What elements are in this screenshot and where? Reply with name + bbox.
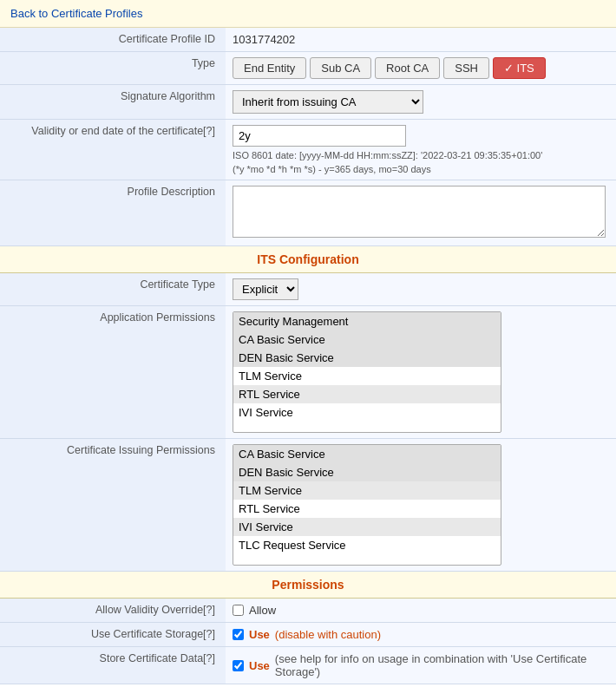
profile-desc-textarea[interactable] (233, 186, 606, 238)
cert-type-label: Certificate Type (0, 273, 226, 306)
type-label: Type (0, 52, 226, 85)
cert-issue-perm-row: Certificate Issuing Permissions CA Basic… (0, 439, 616, 572)
cert-type-select[interactable]: Explicit Implicit (233, 278, 298, 300)
cert-issue-perm-label: Certificate Issuing Permissions (0, 439, 226, 572)
app-perm-label: Application Permissions (0, 306, 226, 439)
type-btn-sub-ca[interactable]: Sub CA (310, 57, 371, 79)
cert-storage-checkbox[interactable] (233, 629, 244, 640)
profile-id-label: Certificate Profile ID (0, 28, 226, 52)
validity-override-row: Allow Validity Override[?] Allow (0, 599, 616, 623)
app-perm-listbox[interactable]: Security Management CA Basic Service DEN… (233, 311, 501, 433)
type-btn-end-entity[interactable]: End Entity (233, 57, 306, 79)
permissions-header: Permissions (0, 572, 616, 599)
store-cert-data-group: Use (see help for info on usage in combi… (233, 652, 609, 678)
back-link-bar: Back to Certificate Profiles (0, 0, 616, 28)
cert-storage-text: Use (249, 628, 270, 641)
validity-hint-2: (*y *mo *d *h *m *s) - y=365 days, mo=30… (233, 164, 609, 174)
store-cert-data-label: Store Certificate Data[?] (0, 647, 226, 684)
sig-algo-select[interactable]: Inherit from issuing CA SHA256WithRSA SH… (233, 90, 423, 114)
validity-override-text: Allow (249, 604, 276, 617)
store-cert-data-row: Store Certificate Data[?] Use (see help … (0, 647, 616, 684)
cert-storage-hint: (disable with caution) (275, 628, 381, 641)
permissions-header-row: Permissions (0, 572, 616, 599)
cert-issue-perm-listbox[interactable]: CA Basic Service DEN Basic Service TLM S… (233, 444, 501, 566)
cert-type-cell: Explicit Implicit (226, 273, 616, 306)
validity-override-group: Allow (233, 604, 609, 617)
cert-storage-row: Use Certificate Storage[?] Use (disable … (0, 623, 616, 647)
type-btn-ssh[interactable]: SSH (443, 57, 489, 79)
validity-label: Validity or end date of the certificate[… (0, 120, 226, 180)
validity-override-checkbox[interactable] (233, 605, 244, 616)
its-config-header-row: ITS Configuration (0, 246, 616, 273)
cert-storage-group: Use (disable with caution) (233, 628, 609, 641)
app-perm-cell: Security Management CA Basic Service DEN… (226, 306, 616, 439)
validity-override-cell: Allow (226, 599, 616, 623)
profile-desc-label: Profile Description (0, 180, 226, 246)
validity-cell: ISO 8601 date: [yyyy-MM-dd HH:mm:ssZZ]: … (226, 120, 616, 180)
profile-desc-row: Profile Description (0, 180, 616, 246)
store-cert-data-checkbox[interactable] (233, 660, 244, 671)
validity-row: Validity or end date of the certificate[… (0, 120, 616, 180)
store-cert-data-hint: (see help for info on usage in combinati… (275, 652, 609, 678)
cert-type-row: Certificate Type Explicit Implicit (0, 273, 616, 306)
validity-hint-1: ISO 8601 date: [yyyy-MM-dd HH:mm:ssZZ]: … (233, 150, 609, 160)
profile-desc-cell (226, 180, 616, 246)
type-btn-its[interactable]: ✓ ITS (493, 57, 546, 79)
store-cert-data-cell: Use (see help for info on usage in combi… (226, 647, 616, 684)
cert-storage-label: Use Certificate Storage[?] (0, 623, 226, 647)
type-button-group: End Entity Sub CA Root CA SSH ✓ ITS (233, 57, 609, 79)
app-perm-row: Application Permissions Security Managem… (0, 306, 616, 439)
cert-issue-perm-cell: CA Basic Service DEN Basic Service TLM S… (226, 439, 616, 572)
store-cert-data-text: Use (249, 659, 270, 672)
type-row: Type End Entity Sub CA Root CA SSH ✓ ITS (0, 52, 616, 85)
sig-algo-cell: Inherit from issuing CA SHA256WithRSA SH… (226, 85, 616, 120)
profile-id-value: 1031774202 (226, 28, 616, 52)
its-config-header: ITS Configuration (0, 246, 616, 273)
validity-override-label: Allow Validity Override[?] (0, 599, 226, 623)
cert-storage-cell: Use (disable with caution) (226, 623, 616, 647)
profile-id-row: Certificate Profile ID 1031774202 (0, 28, 616, 52)
sig-algo-label: Signature Algorithm (0, 85, 226, 120)
sig-algo-row: Signature Algorithm Inherit from issuing… (0, 85, 616, 120)
validity-input[interactable] (233, 125, 406, 147)
back-to-profiles-link[interactable]: Back to Certificate Profiles (10, 7, 142, 20)
type-btn-root-ca[interactable]: Root CA (375, 57, 440, 79)
type-buttons-cell: End Entity Sub CA Root CA SSH ✓ ITS (226, 52, 616, 85)
